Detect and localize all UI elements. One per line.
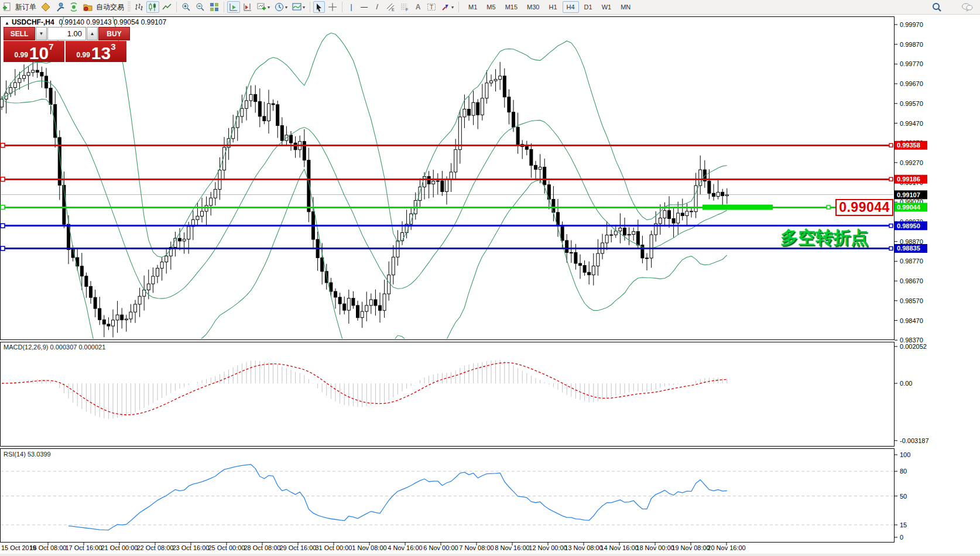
candle (236, 116, 239, 128)
candle (427, 176, 430, 184)
candle (374, 300, 377, 306)
timeframe-m1[interactable]: M1 (464, 1, 481, 13)
zoom-out-button[interactable] (194, 1, 207, 13)
market-watch-button[interactable] (53, 1, 66, 13)
text-label-icon: T (427, 2, 436, 12)
axis-connector (889, 224, 893, 228)
chart-shift-button[interactable] (241, 1, 254, 13)
vertical-line-button[interactable]: | (345, 1, 357, 13)
text-label-button[interactable]: T (425, 1, 438, 13)
candle (699, 170, 702, 186)
buy-price-box[interactable]: 0.99 13 3 (66, 41, 126, 62)
collapse-icon[interactable]: ▲ (5, 20, 9, 26)
candle (263, 116, 266, 121)
chat-button[interactable] (960, 1, 975, 13)
timeframe-m5[interactable]: M5 (482, 1, 499, 13)
buy-button[interactable]: BUY (98, 27, 130, 40)
chart-canvas[interactable]: 0.999700.998700.997700.996700.995700.994… (0, 0, 980, 556)
candle (369, 300, 372, 306)
templates-button[interactable]: ▾ (290, 1, 307, 13)
candle (494, 80, 497, 81)
timeframe-mn[interactable]: MN (616, 1, 635, 13)
search-button[interactable] (930, 1, 944, 13)
chart-symbol: USDCHF-,H4 (12, 18, 54, 26)
candle (672, 219, 675, 224)
horizontal-line-button[interactable]: — (358, 1, 370, 13)
chevron-down-icon: ▾ (285, 5, 287, 10)
volume-decrease-button[interactable]: ▼ (36, 27, 47, 40)
hline-anchor[interactable] (1, 177, 5, 181)
sell-price-prefix: 0.99 (14, 51, 28, 59)
candle (468, 109, 471, 115)
thick-green-segment[interactable] (703, 205, 773, 210)
candle (214, 189, 217, 198)
candle (503, 76, 506, 97)
candle (268, 104, 270, 121)
search-icon (932, 2, 942, 12)
volume-input[interactable] (47, 27, 86, 40)
tile-windows-button[interactable] (208, 1, 221, 13)
macd-tick-label: 0.002052 (900, 343, 927, 350)
candle (646, 258, 649, 259)
timeframe-w1[interactable]: W1 (598, 1, 616, 13)
timeframe-h1[interactable]: H1 (544, 1, 561, 13)
zoom-out-icon (196, 2, 205, 12)
candle (721, 192, 724, 195)
hline-anchor[interactable] (1, 246, 5, 250)
timeframe-m30[interactable]: M30 (523, 1, 543, 13)
candle (650, 235, 653, 258)
trendline-button[interactable]: / (371, 1, 383, 13)
timeframe-d1[interactable]: D1 (580, 1, 597, 13)
hline-anchor[interactable] (1, 224, 5, 228)
profile-button[interactable] (39, 1, 52, 13)
candle (361, 311, 364, 318)
candlestick-chart-icon (148, 2, 157, 12)
candle (677, 213, 680, 223)
zoom-in-button[interactable] (180, 1, 193, 13)
price-annotation-label[interactable]: 0.99044 (835, 199, 893, 216)
data-window-button[interactable] (67, 1, 80, 13)
text-button[interactable]: A (412, 1, 424, 13)
candle (712, 193, 715, 196)
fibonacci-button[interactable]: F (398, 1, 411, 13)
cursor-button[interactable] (313, 1, 325, 13)
candle (276, 105, 279, 126)
chart-shift-icon (243, 2, 252, 12)
timeframe-h4[interactable]: H4 (563, 1, 579, 13)
hline-anchor[interactable] (827, 205, 830, 209)
auto-scroll-button[interactable] (227, 1, 240, 13)
one-click-trading-panel: SELL ▼ ▲ BUY 0.99 10 7 0.99 13 3 (4, 27, 130, 62)
candle (530, 149, 533, 165)
bar-chart-button[interactable] (132, 1, 145, 13)
candle (512, 112, 515, 128)
new-order-button[interactable] (1, 1, 13, 13)
volume-increase-button[interactable]: ▲ (87, 27, 98, 40)
crosshair-button[interactable] (326, 1, 339, 13)
timeframe-m15[interactable]: M15 (501, 1, 522, 13)
candle (686, 211, 688, 216)
candle (18, 78, 21, 83)
candle (107, 324, 110, 326)
new-order-icon (2, 2, 12, 12)
periods-button[interactable]: ▾ (273, 1, 289, 13)
candle (210, 198, 213, 205)
hline-anchor[interactable] (1, 143, 5, 147)
arrows-button[interactable]: ▾ (439, 1, 455, 13)
sell-button[interactable]: SELL (4, 27, 35, 40)
sell-price-box[interactable]: 0.99 10 7 (4, 41, 64, 62)
candle (725, 195, 728, 196)
channel-button[interactable]: E (384, 1, 397, 13)
candle (508, 97, 510, 112)
price-tick-label: 0.98670 (900, 277, 923, 284)
price-tick-label: 0.99770 (900, 60, 923, 67)
autotrading-button[interactable] (81, 1, 94, 13)
candle (98, 308, 101, 320)
line-chart-button[interactable] (160, 1, 173, 13)
candlestick-chart-button[interactable] (146, 1, 159, 13)
cursor-icon (315, 3, 323, 12)
hline-anchor[interactable] (1, 205, 5, 210)
new-chart-button[interactable]: ▾ (255, 1, 272, 13)
candle (294, 143, 297, 150)
toolbar-grip[interactable] (128, 2, 131, 12)
candle (357, 306, 359, 318)
